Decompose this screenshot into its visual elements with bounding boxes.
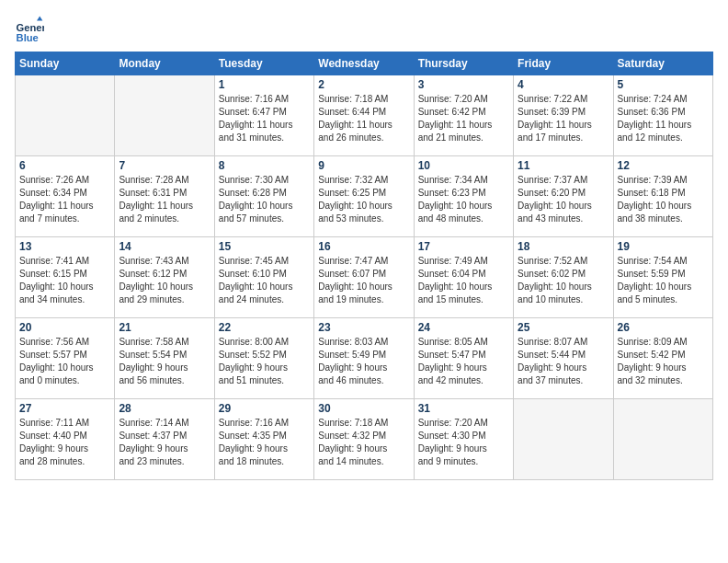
header-row: SundayMondayTuesdayWednesdayThursdayFrid… [16,52,713,75]
day-info: Sunrise: 7:54 AM Sunset: 5:59 PM Dayligh… [618,255,709,306]
day-info: Sunrise: 7:22 AM Sunset: 6:39 PM Dayligh… [518,93,609,144]
day-cell: 29Sunrise: 7:16 AM Sunset: 4:35 PM Dayli… [214,399,313,480]
day-info: Sunrise: 8:07 AM Sunset: 5:44 PM Dayligh… [518,336,609,387]
week-row-3: 13Sunrise: 7:41 AM Sunset: 6:15 PM Dayli… [16,237,713,318]
day-number: 19 [618,240,709,253]
day-cell [613,399,712,480]
day-cell: 27Sunrise: 7:11 AM Sunset: 4:40 PM Dayli… [16,399,115,480]
day-info: Sunrise: 7:52 AM Sunset: 6:02 PM Dayligh… [518,255,609,306]
col-header-saturday: Saturday [613,52,712,75]
day-cell: 13Sunrise: 7:41 AM Sunset: 6:15 PM Dayli… [16,237,115,318]
day-cell: 26Sunrise: 8:09 AM Sunset: 5:42 PM Dayli… [613,318,712,399]
day-number: 28 [119,402,210,415]
page-header: General Blue [15,15,713,44]
day-number: 30 [318,402,409,415]
day-cell: 17Sunrise: 7:49 AM Sunset: 6:04 PM Dayli… [414,237,513,318]
day-cell: 28Sunrise: 7:14 AM Sunset: 4:37 PM Dayli… [115,399,214,480]
day-number: 6 [19,159,110,172]
day-cell: 22Sunrise: 8:00 AM Sunset: 5:52 PM Dayli… [214,318,313,399]
day-number: 11 [518,159,609,172]
day-cell [115,75,214,156]
day-number: 27 [19,402,110,415]
day-cell: 4Sunrise: 7:22 AM Sunset: 6:39 PM Daylig… [514,75,613,156]
day-number: 29 [219,402,310,415]
week-row-1: 1Sunrise: 7:16 AM Sunset: 6:47 PM Daylig… [16,75,713,156]
day-number: 15 [219,240,310,253]
day-cell: 18Sunrise: 7:52 AM Sunset: 6:02 PM Dayli… [514,237,613,318]
day-cell: 31Sunrise: 7:20 AM Sunset: 4:30 PM Dayli… [414,399,513,480]
day-info: Sunrise: 7:39 AM Sunset: 6:18 PM Dayligh… [618,174,709,225]
day-number: 18 [518,240,609,253]
day-info: Sunrise: 7:16 AM Sunset: 6:47 PM Dayligh… [219,93,310,144]
svg-marker-2 [37,17,42,21]
day-info: Sunrise: 7:20 AM Sunset: 4:30 PM Dayligh… [418,417,509,468]
day-cell: 24Sunrise: 8:05 AM Sunset: 5:47 PM Dayli… [414,318,513,399]
day-number: 13 [19,240,110,253]
day-number: 26 [618,321,709,334]
day-info: Sunrise: 7:18 AM Sunset: 4:32 PM Dayligh… [318,417,409,468]
day-cell: 23Sunrise: 8:03 AM Sunset: 5:49 PM Dayli… [314,318,414,399]
day-cell: 8Sunrise: 7:30 AM Sunset: 6:28 PM Daylig… [214,156,313,237]
day-cell: 30Sunrise: 7:18 AM Sunset: 4:32 PM Dayli… [314,399,414,480]
day-info: Sunrise: 7:37 AM Sunset: 6:20 PM Dayligh… [518,174,609,225]
day-info: Sunrise: 8:09 AM Sunset: 5:42 PM Dayligh… [618,336,709,387]
day-number: 20 [19,321,110,334]
day-info: Sunrise: 7:28 AM Sunset: 6:31 PM Dayligh… [119,174,210,225]
day-info: Sunrise: 7:56 AM Sunset: 5:57 PM Dayligh… [19,336,110,387]
col-header-thursday: Thursday [414,52,513,75]
day-cell: 16Sunrise: 7:47 AM Sunset: 6:07 PM Dayli… [314,237,414,318]
day-number: 7 [119,159,210,172]
day-number: 9 [318,159,409,172]
logo: General Blue [15,15,48,44]
day-number: 23 [318,321,409,334]
day-cell: 6Sunrise: 7:26 AM Sunset: 6:34 PM Daylig… [16,156,115,237]
day-number: 17 [418,240,509,253]
week-row-4: 20Sunrise: 7:56 AM Sunset: 5:57 PM Dayli… [16,318,713,399]
day-number: 16 [318,240,409,253]
day-cell: 5Sunrise: 7:24 AM Sunset: 6:36 PM Daylig… [613,75,712,156]
day-number: 10 [418,159,509,172]
day-cell: 14Sunrise: 7:43 AM Sunset: 6:12 PM Dayli… [115,237,214,318]
day-info: Sunrise: 7:18 AM Sunset: 6:44 PM Dayligh… [318,93,409,144]
day-number: 14 [119,240,210,253]
day-info: Sunrise: 7:20 AM Sunset: 6:42 PM Dayligh… [418,93,509,144]
day-cell: 12Sunrise: 7:39 AM Sunset: 6:18 PM Dayli… [613,156,712,237]
week-row-2: 6Sunrise: 7:26 AM Sunset: 6:34 PM Daylig… [16,156,713,237]
week-row-5: 27Sunrise: 7:11 AM Sunset: 4:40 PM Dayli… [16,399,713,480]
day-number: 12 [618,159,709,172]
day-info: Sunrise: 7:14 AM Sunset: 4:37 PM Dayligh… [119,417,210,468]
day-number: 3 [418,78,509,91]
day-cell: 2Sunrise: 7:18 AM Sunset: 6:44 PM Daylig… [314,75,414,156]
day-info: Sunrise: 7:47 AM Sunset: 6:07 PM Dayligh… [318,255,409,306]
day-cell: 25Sunrise: 8:07 AM Sunset: 5:44 PM Dayli… [514,318,613,399]
day-cell [514,399,613,480]
col-header-sunday: Sunday [16,52,115,75]
day-info: Sunrise: 7:45 AM Sunset: 6:10 PM Dayligh… [219,255,310,306]
day-number: 24 [418,321,509,334]
day-info: Sunrise: 7:43 AM Sunset: 6:12 PM Dayligh… [119,255,210,306]
day-number: 22 [219,321,310,334]
col-header-friday: Friday [514,52,613,75]
day-number: 2 [318,78,409,91]
day-number: 1 [219,78,310,91]
day-info: Sunrise: 7:41 AM Sunset: 6:15 PM Dayligh… [19,255,110,306]
day-info: Sunrise: 8:03 AM Sunset: 5:49 PM Dayligh… [318,336,409,387]
logo-icon: General Blue [15,15,44,44]
day-info: Sunrise: 7:24 AM Sunset: 6:36 PM Dayligh… [618,93,709,144]
day-info: Sunrise: 7:30 AM Sunset: 6:28 PM Dayligh… [219,174,310,225]
day-cell: 21Sunrise: 7:58 AM Sunset: 5:54 PM Dayli… [115,318,214,399]
col-header-wednesday: Wednesday [314,52,414,75]
calendar-table: SundayMondayTuesdayWednesdayThursdayFrid… [15,52,713,480]
svg-text:Blue: Blue [17,32,39,43]
day-cell [16,75,115,156]
day-cell: 3Sunrise: 7:20 AM Sunset: 6:42 PM Daylig… [414,75,513,156]
day-info: Sunrise: 7:49 AM Sunset: 6:04 PM Dayligh… [418,255,509,306]
col-header-tuesday: Tuesday [214,52,313,75]
day-number: 25 [518,321,609,334]
day-cell: 10Sunrise: 7:34 AM Sunset: 6:23 PM Dayli… [414,156,513,237]
day-number: 31 [418,402,509,415]
day-info: Sunrise: 8:05 AM Sunset: 5:47 PM Dayligh… [418,336,509,387]
day-info: Sunrise: 8:00 AM Sunset: 5:52 PM Dayligh… [219,336,310,387]
day-number: 21 [119,321,210,334]
day-info: Sunrise: 7:11 AM Sunset: 4:40 PM Dayligh… [19,417,110,468]
